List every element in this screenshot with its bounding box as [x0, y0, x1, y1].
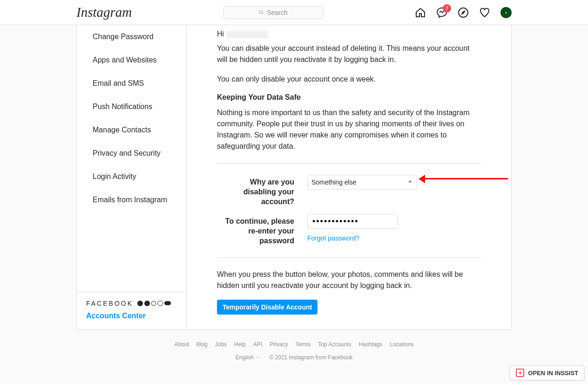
page-footer: About Blog Jobs Help API Privacy Terms T…	[76, 341, 512, 361]
footer-links: About Blog Jobs Help API Privacy Terms T…	[76, 341, 512, 348]
sidebar-item-apps-websites[interactable]: Apps and Websites	[77, 48, 186, 72]
inssist-button[interactable]: + OPEN IN INSSIST	[510, 365, 584, 379]
settings-sidebar: Change Password Apps and Websites Email …	[77, 25, 187, 329]
accounts-center-link[interactable]: Accounts Center	[86, 312, 177, 320]
top-nav: Instagram Search 7 ●	[0, 0, 588, 25]
sidebar-item-email-sms[interactable]: Email and SMS	[77, 72, 186, 95]
sidebar-item-push-notifications[interactable]: Push Notifications	[77, 95, 186, 118]
section-title: Keeping Your Data Safe	[217, 93, 481, 102]
messenger-mini-icon	[144, 301, 150, 306]
instagram-mini-icon	[151, 301, 156, 306]
footer-link[interactable]: Blog	[196, 341, 208, 348]
footer-link[interactable]: Locations	[390, 341, 413, 348]
inssist-label: OPEN IN INSSIST	[528, 370, 578, 377]
footer-link[interactable]: Top Accounts	[318, 341, 351, 348]
whatsapp-mini-icon	[157, 301, 163, 306]
language-selector[interactable]: English	[236, 354, 260, 361]
password-label: To continue, please re-enter your passwo…	[217, 214, 307, 246]
redacted-username	[226, 31, 268, 38]
footer-link[interactable]: Terms	[295, 341, 311, 348]
facebook-icon	[137, 301, 143, 306]
footer-link[interactable]: Privacy	[270, 341, 288, 348]
oculus-mini-icon	[164, 301, 171, 305]
inssist-icon: +	[516, 369, 524, 377]
copyright-text: © 2021 Instagram from Facebook	[269, 354, 352, 361]
footer-link[interactable]: Hashtags	[359, 341, 383, 348]
intro-para-1: You can disable your account instead of …	[217, 43, 481, 65]
footer-link[interactable]: Help	[234, 341, 246, 348]
confirm-para: When you press the button below, your ph…	[217, 269, 481, 291]
greeting-text: Hi	[217, 30, 481, 38]
facebook-brand-row: FACEBOOK	[86, 300, 177, 307]
instagram-logo[interactable]: Instagram	[76, 5, 132, 20]
reason-select[interactable]: Something else	[307, 175, 417, 190]
sidebar-item-emails-instagram[interactable]: Emails from Instagram	[77, 188, 186, 212]
activity-icon[interactable]	[479, 7, 490, 18]
intro-para-2: You can only disable your account once a…	[217, 74, 481, 85]
main-content: Hi You can disable your account instead …	[187, 25, 511, 329]
footer-link[interactable]: Jobs	[215, 341, 227, 348]
search-icon	[259, 10, 264, 15]
divider	[217, 163, 481, 164]
footer-link[interactable]: About	[174, 341, 189, 348]
messenger-icon[interactable]: 7	[436, 7, 447, 18]
explore-icon[interactable]	[458, 7, 469, 18]
footer-link[interactable]: API	[253, 341, 262, 348]
search-placeholder: Search	[267, 9, 287, 16]
svg-marker-3	[462, 11, 465, 14]
forgot-password-link[interactable]: Forgot password?	[307, 234, 417, 242]
svg-line-1	[262, 13, 264, 14]
sidebar-item-privacy-security[interactable]: Privacy and Security	[77, 142, 186, 165]
reason-label: Why are you disabling your account?	[217, 175, 307, 206]
notification-badge: 7	[443, 4, 451, 13]
profile-avatar[interactable]: ●	[500, 7, 512, 18]
divider-2	[217, 257, 481, 258]
facebook-label: FACEBOOK	[86, 300, 133, 307]
password-input[interactable]	[307, 214, 398, 229]
chevron-down-icon	[256, 355, 260, 360]
svg-point-0	[260, 10, 263, 13]
sidebar-item-login-activity[interactable]: Login Activity	[77, 165, 186, 188]
settings-container: Change Password Apps and Websites Email …	[76, 25, 512, 330]
search-input[interactable]: Search	[223, 6, 324, 19]
safety-para: Nothing is more important to us than the…	[217, 107, 481, 152]
sidebar-item-manage-contacts[interactable]: Manage Contacts	[77, 118, 186, 142]
sidebar-item-change-password[interactable]: Change Password	[77, 25, 186, 48]
home-icon[interactable]	[415, 7, 426, 18]
disable-account-button[interactable]: Temporarily Disable Account	[217, 300, 318, 315]
